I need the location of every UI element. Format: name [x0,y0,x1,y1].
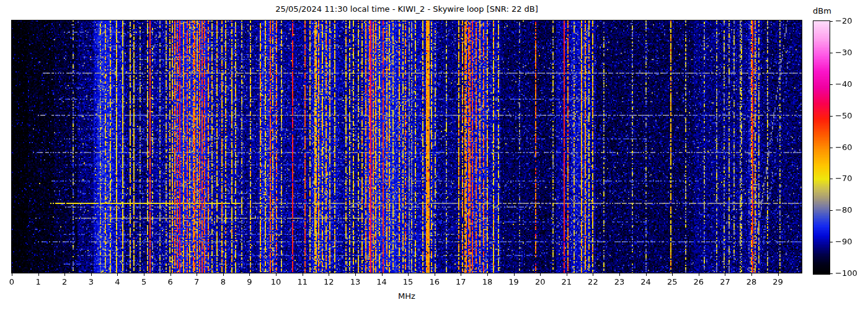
x-tick-label: 26 [686,277,711,286]
x-tick-label: 6 [158,277,183,286]
x-tick-label: 0 [0,277,24,286]
x-tick-mark [276,273,277,276]
x-tick-label: 15 [396,277,420,286]
x-tick-mark [329,273,329,276]
colorbar-tick-mark [830,179,833,179]
x-tick-mark [91,273,92,276]
colorbar-tick-label: −30 [835,48,852,57]
x-tick-mark [751,273,752,276]
x-tick-mark [382,273,383,276]
x-tick-label: 20 [528,277,552,286]
spectrogram-figure: 25/05/2024 11:30 local time - KIWI_2 - S… [0,0,868,310]
x-tick-label: 11 [290,277,315,286]
x-tick-mark [487,273,488,276]
x-tick-label: 9 [237,277,262,286]
x-tick-label: 23 [607,277,632,286]
x-tick-mark [540,273,541,276]
x-tick-label: 12 [316,277,341,286]
x-tick-label: 17 [448,277,473,286]
x-tick-mark [170,273,171,276]
x-tick-mark [725,273,725,276]
x-tick-mark [38,273,39,276]
x-tick-mark [64,273,65,276]
x-tick-label: 13 [343,277,368,286]
colorbar-tick-label: −100 [835,268,857,278]
chart-title: 25/05/2024 11:30 local time - KIWI_2 - S… [12,4,802,14]
x-tick-mark [408,273,409,276]
x-tick-label: 27 [712,277,737,286]
colorbar-tick-mark [830,148,833,148]
x-tick-label: 16 [422,277,447,286]
x-tick-label: 28 [739,277,764,286]
colorbar-tick-label: −70 [835,174,852,183]
colorbar-tick-mark [830,53,833,53]
x-tick-label: 2 [52,277,77,286]
colorbar [813,21,830,274]
colorbar-tick-label: −20 [835,16,852,25]
colorbar-tick-label: −40 [835,79,852,89]
colorbar-tick-mark [830,116,833,117]
x-tick-label: 25 [660,277,684,286]
x-tick-mark [197,273,197,276]
x-tick-mark [117,273,118,276]
x-tick-label: 21 [554,277,579,286]
x-tick-label: 7 [184,277,209,286]
x-tick-label: 4 [105,277,130,286]
x-tick-label: 22 [580,277,605,286]
x-tick-mark [699,273,699,276]
x-tick-mark [355,273,356,276]
x-tick-label: 5 [131,277,156,286]
x-tick-mark [223,273,224,276]
x-tick-mark [249,273,250,276]
x-tick-mark [646,273,647,276]
colorbar-tick-mark [830,242,833,242]
colorbar-tick-mark [830,273,833,274]
colorbar-tick-label: −90 [835,237,852,246]
x-tick-mark [144,273,144,276]
x-tick-label: 3 [79,277,104,286]
x-tick-mark [461,273,461,276]
colorbar-tick-label: −60 [835,143,852,152]
x-tick-mark [672,273,673,276]
spectrogram-canvas [12,20,802,273]
x-tick-label: 14 [370,277,394,286]
x-tick-mark [12,273,12,276]
x-tick-mark [303,273,303,276]
x-tick-label: 1 [26,277,51,286]
x-tick-mark [619,273,620,276]
x-axis-label: MHz [12,291,802,301]
colorbar-tick-label: −50 [835,111,852,120]
x-tick-mark [778,273,779,276]
x-tick-mark [567,273,567,276]
colorbar-tick-mark [830,21,833,22]
colorbar-tick-mark [830,210,833,211]
x-tick-label: 29 [766,277,790,286]
colorbar-tick-mark [830,84,833,85]
x-tick-mark [435,273,435,276]
x-tick-label: 18 [475,277,500,286]
x-tick-label: 8 [211,277,236,286]
x-tick-label: 24 [634,277,658,286]
x-tick-mark [514,273,515,276]
x-tick-label: 19 [502,277,526,286]
colorbar-tick-label: −80 [835,205,852,215]
colorbar-unit-label: dBm [804,6,841,16]
x-tick-mark [593,273,593,276]
x-tick-label: 10 [264,277,288,286]
